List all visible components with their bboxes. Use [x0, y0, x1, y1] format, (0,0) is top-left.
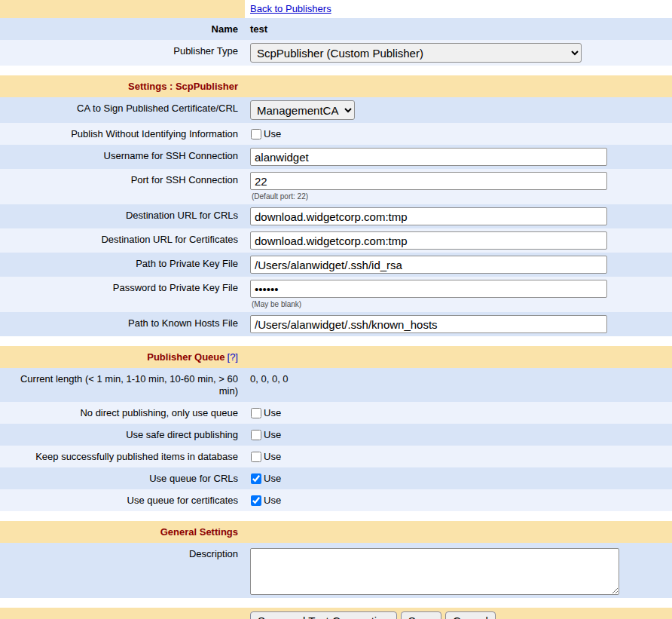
- name-label: Name: [0, 18, 245, 40]
- queue-section-title: Publisher Queue: [147, 351, 225, 363]
- crl-url-input[interactable]: [250, 207, 607, 225]
- row-name: Name test: [0, 18, 672, 40]
- anonymize-cell: Use: [245, 123, 672, 145]
- queue-crls-use-label: Use: [264, 473, 281, 485]
- ca-select[interactable]: ManagementCA: [250, 100, 355, 120]
- row-publisher-type: Publisher Type ScpPublisher (Custom Publ…: [0, 40, 672, 66]
- queue-header-cell: Publisher Queue[?]: [0, 346, 245, 368]
- queue-crls-checkbox[interactable]: [251, 473, 261, 484]
- back-row-right-cell: Back to Publishers: [245, 0, 672, 18]
- cert-url-cell: [245, 228, 672, 253]
- row-safe-direct: Use safe direct publishing Use: [0, 424, 672, 446]
- row-known-hosts: Path to Known Hosts File: [0, 312, 672, 336]
- no-direct-label: No direct publishing, only use queue: [0, 402, 245, 424]
- row-settings-header: Settings : ScpPublisher: [0, 75, 672, 97]
- actions-left-cell: [0, 608, 245, 619]
- general-header-right-cell: [245, 521, 672, 543]
- no-direct-cell: Use: [245, 402, 672, 424]
- safe-direct-label: Use safe direct publishing: [0, 424, 245, 446]
- back-to-publishers-link[interactable]: Back to Publishers: [250, 3, 331, 15]
- safe-direct-checkbox[interactable]: [251, 430, 261, 440]
- row-back: Back to Publishers: [0, 0, 672, 18]
- description-textarea[interactable]: [250, 548, 619, 595]
- port-cell: (Default port: 22): [245, 169, 672, 204]
- row-queue-crls: Use queue for CRLs Use: [0, 467, 672, 489]
- username-cell: [245, 145, 672, 169]
- actions-cell: Save and Test Connection Save Cancel: [245, 608, 672, 619]
- username-input[interactable]: [250, 148, 607, 166]
- row-description: Description: [0, 543, 672, 598]
- row-port: Port for SSH Connection (Default port: 2…: [0, 169, 672, 204]
- save-and-test-button[interactable]: Save and Test Connection: [250, 611, 397, 619]
- port-input[interactable]: [250, 172, 607, 190]
- safe-direct-cell: Use: [245, 424, 672, 446]
- row-anonymize: Publish Without Identifying Information …: [0, 123, 672, 145]
- anonymize-checkbox[interactable]: [251, 129, 261, 139]
- queue-length-value: 0, 0, 0, 0: [245, 368, 672, 402]
- queue-certs-use-label: Use: [264, 495, 281, 507]
- row-private-key: Path to Private Key File: [0, 253, 672, 277]
- row-general-header: General Settings: [0, 521, 672, 543]
- description-label: Description: [0, 543, 245, 598]
- private-key-input[interactable]: [250, 256, 607, 274]
- queue-length-label: Current length (< 1 min, 1-10 min, 10-60…: [0, 368, 245, 402]
- row-username: Username for SSH Connection: [0, 145, 672, 169]
- keep-published-use-label: Use: [264, 451, 281, 463]
- queue-header-right-cell: [245, 346, 672, 368]
- row-ca: CA to Sign Published Certificate/CRL Man…: [0, 97, 672, 123]
- row-no-direct: No direct publishing, only use queue Use: [0, 402, 672, 424]
- cert-url-input[interactable]: [250, 231, 607, 250]
- section-spacer: [0, 598, 672, 608]
- queue-help-link[interactable]: [?]: [228, 351, 238, 363]
- section-spacer: [0, 66, 672, 75]
- cert-url-label: Destination URL for Certificates: [0, 228, 245, 253]
- cancel-button[interactable]: Cancel: [445, 611, 496, 619]
- row-queue-header: Publisher Queue[?]: [0, 346, 672, 368]
- queue-crls-cell: Use: [245, 467, 672, 489]
- settings-header-right-cell: [245, 75, 672, 97]
- port-label: Port for SSH Connection: [0, 169, 245, 204]
- queue-certs-label: Use queue for certificates: [0, 489, 245, 511]
- ca-label: CA to Sign Published Certificate/CRL: [0, 97, 245, 123]
- private-key-password-input[interactable]: [250, 280, 607, 298]
- section-spacer: [0, 336, 672, 346]
- safe-direct-use-label: Use: [264, 429, 281, 441]
- publisher-edit-form: Back to Publishers Name test Publisher T…: [0, 0, 672, 619]
- keep-published-cell: Use: [245, 446, 672, 467]
- keep-published-label: Keep successfully published items in dat…: [0, 446, 245, 467]
- private-key-cell: [245, 253, 672, 277]
- crl-url-cell: [245, 204, 672, 228]
- section-spacer: [0, 511, 672, 521]
- queue-certs-checkbox[interactable]: [251, 495, 261, 506]
- back-row-left-cell: [0, 0, 245, 18]
- row-queue-length: Current length (< 1 min, 1-10 min, 10-60…: [0, 368, 672, 402]
- known-hosts-label: Path to Known Hosts File: [0, 312, 245, 336]
- row-private-key-password: Password to Private Key File (May be bla…: [0, 277, 672, 312]
- username-label: Username for SSH Connection: [0, 145, 245, 169]
- save-button[interactable]: Save: [401, 611, 441, 619]
- ca-cell: ManagementCA: [245, 97, 672, 123]
- anonymize-use-label: Use: [264, 128, 281, 140]
- publisher-type-select[interactable]: ScpPublisher (Custom Publisher): [250, 43, 582, 63]
- known-hosts-input[interactable]: [250, 315, 607, 333]
- private-key-password-hint: (May be blank): [250, 300, 667, 309]
- port-hint: (Default port: 22): [250, 192, 667, 201]
- settings-section-title: Settings : ScpPublisher: [0, 75, 245, 97]
- anonymize-label: Publish Without Identifying Information: [0, 123, 245, 145]
- row-queue-certs: Use queue for certificates Use: [0, 489, 672, 511]
- row-keep-published: Keep successfully published items in dat…: [0, 446, 672, 467]
- queue-crls-label: Use queue for CRLs: [0, 467, 245, 489]
- description-cell: [245, 543, 672, 598]
- crl-url-label: Destination URL for CRLs: [0, 204, 245, 228]
- row-crl-url: Destination URL for CRLs: [0, 204, 672, 228]
- name-value: test: [245, 18, 672, 40]
- private-key-password-cell: (May be blank): [245, 277, 672, 312]
- publisher-type-cell: ScpPublisher (Custom Publisher): [245, 40, 672, 66]
- no-direct-checkbox[interactable]: [251, 408, 261, 418]
- keep-published-checkbox[interactable]: [251, 452, 261, 462]
- publisher-type-label: Publisher Type: [0, 40, 245, 66]
- queue-certs-cell: Use: [245, 489, 672, 511]
- private-key-label: Path to Private Key File: [0, 253, 245, 277]
- general-section-title: General Settings: [0, 521, 245, 543]
- no-direct-use-label: Use: [264, 407, 281, 419]
